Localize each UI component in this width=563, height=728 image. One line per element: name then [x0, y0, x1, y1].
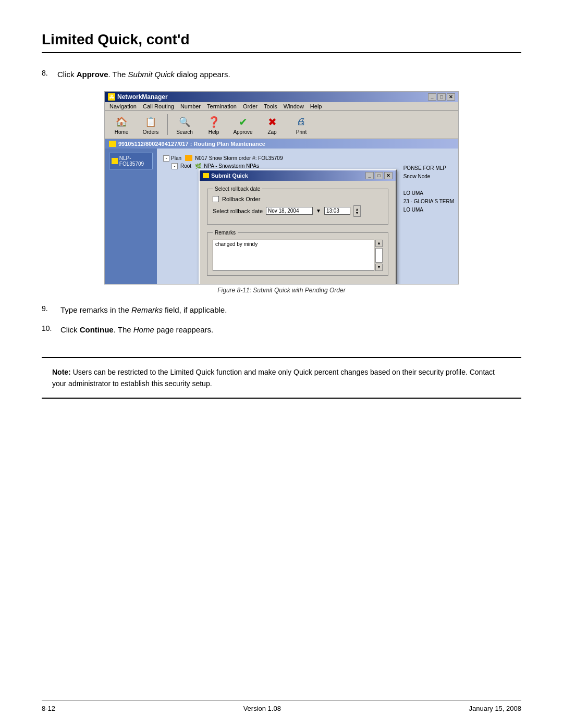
sidebar-item: NLP-FOL35709 — [109, 153, 153, 169]
print-label: Print — [296, 129, 307, 135]
step-9-text: Type remarks in the Remarks field, if ap… — [60, 305, 227, 314]
search-label: Search — [176, 129, 193, 135]
right-text-3: LO UMA — [403, 189, 454, 198]
app-titlebar: 🖧 NetworkManager _ □ ✕ — [105, 92, 458, 102]
note-label: Note: — [52, 368, 71, 376]
sub-title-text: 99105112/8002494127/017 : Routing Plan M… — [118, 141, 265, 147]
date-label: Select rollback date — [213, 208, 263, 214]
home-icon: 🏠 — [113, 115, 130, 129]
modal-title-left: Submit Quick — [203, 172, 248, 179]
rollback-order-checkbox[interactable] — [213, 196, 219, 202]
zap-button[interactable]: ✖ Zap — [259, 113, 286, 137]
tree-node1-text: N017 Snow Storm order #: FOL35709 — [195, 155, 283, 161]
tree-expand-plan[interactable]: - — [163, 155, 169, 162]
scroll-track — [375, 248, 383, 263]
home-button[interactable]: 🏠 Home — [108, 113, 135, 137]
menu-tools[interactable]: Tools — [261, 103, 280, 110]
tree-area: - Plan N017 Snow Storm order #: FOL35709… — [157, 149, 458, 284]
page-footer: 8-12 Version 1.08 January 15, 2008 — [42, 700, 521, 712]
sidebar-label: NLP-FOL35709 — [119, 155, 150, 167]
right-text-4: 23 - GLORIA'S TERM — [403, 198, 454, 206]
page-title: Limited Quick, cont'd — [42, 31, 521, 48]
submit-quick-italic: Submit Quick — [128, 70, 175, 79]
modal-body: Select rollback date Rollback Order Sele… — [200, 181, 396, 285]
menu-help[interactable]: Help — [308, 103, 325, 110]
modal-close[interactable]: ✕ — [384, 172, 393, 179]
modal-title-controls: _ □ ✕ — [365, 172, 393, 179]
approve-button[interactable]: ✔ Approve — [229, 113, 256, 137]
submit-quick-modal: Submit Quick _ □ ✕ — [199, 169, 397, 285]
date-input[interactable] — [266, 207, 313, 215]
right-partial-text: PONSE FOR MLP Snow Node LO UMA 23 - GLOR… — [403, 164, 454, 214]
zap-label: Zap — [267, 129, 276, 135]
screenshot-wrapper: 🖧 NetworkManager _ □ ✕ Navigation Call R… — [42, 91, 521, 294]
time-input[interactable] — [324, 207, 350, 215]
fig-caption: Figure 8-11: Submit Quick with Pending O… — [217, 287, 345, 294]
modal-maximize[interactable]: □ — [375, 172, 383, 179]
footer-right: January 15, 2008 — [469, 705, 521, 712]
remarks-container: changed by mindy ▲ ▼ — [213, 240, 383, 271]
continue-bold: Continue — [80, 325, 114, 334]
modal-buttons: Continue Cancel Help — [207, 281, 388, 285]
rollback-legend: Select rollback date — [213, 186, 262, 192]
home-italic: Home — [133, 325, 154, 334]
step-8-text: Click Approve. The Submit Quick dialog a… — [57, 70, 230, 79]
step-10-number: 10. — [42, 324, 52, 332]
search-button[interactable]: 🔍 Search — [171, 113, 198, 137]
step-8-number: 8. — [42, 69, 48, 77]
menu-number[interactable]: Number — [178, 103, 203, 110]
rollback-order-row: Rollback Order — [213, 196, 383, 202]
left-sidebar: NLP-FOL35709 — [105, 149, 157, 284]
footer-center: Version 1.08 — [243, 705, 281, 712]
app-title-text: NetworkManager — [117, 93, 168, 101]
scroll-up[interactable]: ▲ — [375, 240, 383, 247]
help-icon: ❓ — [205, 115, 222, 129]
menu-navigation[interactable]: Navigation — [107, 103, 139, 110]
menu-order[interactable]: Order — [240, 103, 260, 110]
remarks-scrollbar: ▲ ▼ — [375, 240, 383, 271]
date-dropdown-icon[interactable]: ▼ — [316, 208, 321, 214]
sub-titlebar: 99105112/8002494127/017 : Routing Plan M… — [105, 139, 458, 149]
help-label: Help — [209, 129, 219, 135]
right-text-1: PONSE FOR MLP — [403, 164, 454, 172]
step-10-text: Click Continue. The Home page reappears. — [60, 325, 213, 334]
menu-call-routing[interactable]: Call Routing — [140, 103, 177, 110]
screenshot-frame: 🖧 NetworkManager _ □ ✕ Navigation Call R… — [104, 91, 459, 285]
maximize-button[interactable]: □ — [437, 93, 446, 101]
print-icon: 🖨 — [293, 115, 310, 129]
tree-plan-icon — [185, 155, 192, 162]
tree-npa-icon: 🌿 — [195, 163, 201, 169]
tree-root-label: Root — [180, 163, 191, 169]
minimize-button[interactable]: _ — [428, 93, 436, 101]
close-button[interactable]: ✕ — [447, 93, 455, 101]
sub-title-icon — [109, 141, 116, 147]
app-title-controls: _ □ ✕ — [428, 93, 455, 101]
toolbar-sep-1 — [167, 114, 168, 135]
menu-window[interactable]: Window — [281, 103, 307, 110]
approve-label: Approve — [233, 129, 252, 135]
scroll-down[interactable]: ▼ — [375, 264, 383, 271]
app-title-left: 🖧 NetworkManager — [108, 93, 168, 101]
sidebar-icon — [112, 158, 118, 164]
print-button[interactable]: 🖨 Print — [288, 113, 315, 137]
orders-icon: 📋 — [142, 115, 159, 129]
footer-left: 8-12 — [42, 705, 55, 712]
remarks-legend: Remarks — [213, 230, 238, 236]
note-text: Users can be restricted to the Limited Q… — [52, 368, 495, 388]
orders-label: Orders — [143, 129, 159, 135]
help-button[interactable]: ❓ Help — [200, 113, 227, 137]
rollback-fieldset: Select rollback date Rollback Order Sele… — [207, 186, 388, 225]
note-box: Note: Users can be restricted to the Lim… — [42, 357, 521, 399]
modal-titlebar: Submit Quick _ □ ✕ — [200, 170, 396, 181]
tree-expand-root[interactable]: - — [172, 163, 178, 169]
orders-button[interactable]: 📋 Orders — [137, 113, 164, 137]
remarks-textarea[interactable]: changed by mindy — [213, 240, 374, 271]
menu-termination[interactable]: Termination — [204, 103, 239, 110]
rollback-order-label: Rollback Order — [222, 196, 260, 202]
tree-npa-text: NPA - Snowstorm NPAs — [204, 163, 259, 169]
spin-up: ▲ — [355, 207, 359, 211]
search-icon: 🔍 — [176, 115, 193, 129]
app-icon: 🖧 — [108, 93, 115, 101]
time-spinner[interactable]: ▲ ▼ — [353, 205, 361, 217]
modal-minimize[interactable]: _ — [365, 172, 374, 179]
